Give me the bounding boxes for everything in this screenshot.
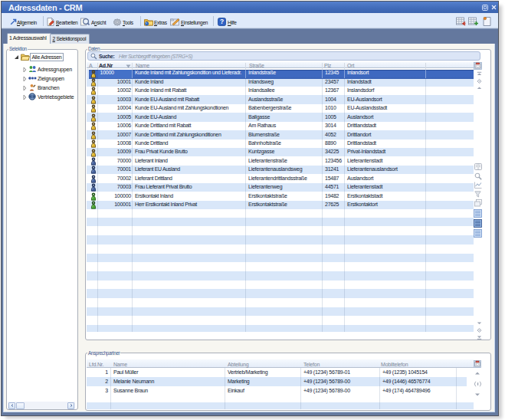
svg-text:?: ? xyxy=(220,18,224,25)
